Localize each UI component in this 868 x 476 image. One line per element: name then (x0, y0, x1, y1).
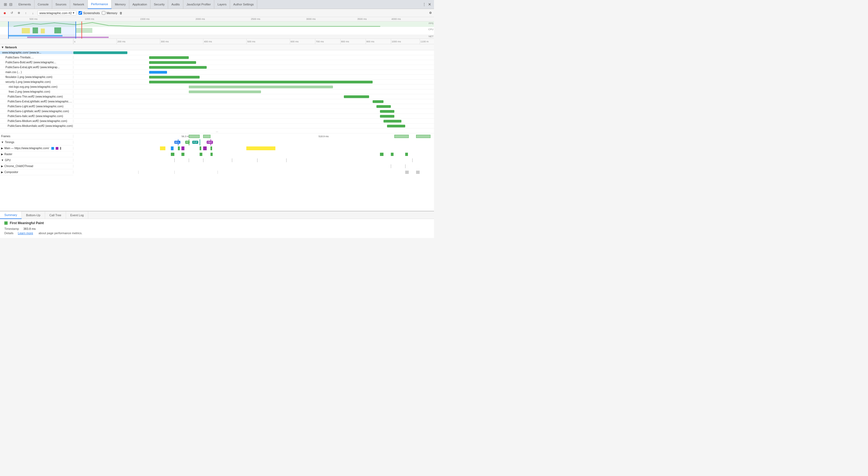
frame-block-3 (394, 135, 409, 138)
raster-bar-4 (211, 153, 213, 156)
ruler-3000ms: 3000 ms (306, 18, 316, 20)
network-section-header: ▼ Network (0, 44, 434, 50)
tab-console[interactable]: Console (34, 0, 52, 9)
tab-layers[interactable]: Layers (214, 0, 230, 9)
tab-elements[interactable]: Elements (15, 0, 34, 9)
gpu-row: ▼ GPU (0, 157, 434, 163)
record-button[interactable]: ⏺ (2, 10, 7, 16)
network-row-label-12: PublicSans-LightItalic.woff2 (www.telagr… (0, 110, 73, 113)
fps-label: FPS (429, 22, 433, 25)
tick-s: s (73, 39, 75, 44)
main-bar-3 (178, 146, 180, 150)
gpu-tick-3 (203, 158, 204, 162)
main-collapse-arrow[interactable]: ▶ (1, 147, 3, 150)
ruler-ticks: s 200 ms 300 ms 400 ms 500 ms 600 ms 700… (73, 39, 434, 44)
url-selector[interactable]: www.telagraphic.com #2 ▾ (37, 10, 76, 16)
tab-memory[interactable]: Memory (112, 0, 129, 9)
tab-audits[interactable]: Audits (168, 0, 183, 9)
network-row-10[interactable]: PublicSans-ExtraLightItalic.woff2 (www.t… (0, 99, 434, 104)
frame-block-1 (189, 135, 199, 138)
tab-event-log[interactable]: Event Log (66, 211, 89, 219)
raster-bar-6 (391, 153, 394, 156)
memory-checkbox[interactable]: Memory (102, 11, 117, 15)
network-row-5[interactable]: flexulator-1.png (www.telagraphic.com) (0, 75, 434, 80)
download-button[interactable]: ↓ (30, 10, 35, 16)
compositor-collapse-arrow[interactable]: ▶ (1, 171, 3, 174)
bottom-tabs: Summary Bottom-Up Call Tree Event Log (0, 211, 434, 219)
network-row-14[interactable]: PublicSans-Medium.woff2 (www.telagraphic… (0, 119, 434, 124)
chrome-child-tick (391, 165, 391, 168)
tab-call-tree[interactable]: Call Tree (45, 211, 66, 219)
fcp-line (199, 139, 200, 145)
net-bar-3 (149, 66, 207, 69)
tab-security[interactable]: Security (151, 0, 168, 9)
timeline-section[interactable]: s 200 ms 300 ms 400 ms 500 ms 600 ms 700… (0, 39, 434, 211)
network-collapse-arrow[interactable]: ▼ (1, 46, 4, 49)
network-row-13[interactable]: PublicSans-Italic.woff2 (www.telagraphic… (0, 114, 434, 119)
tab-author-settings[interactable]: Author Settings (230, 0, 257, 9)
close-devtools-icon[interactable]: ✕ (428, 2, 432, 6)
net-bar-5 (149, 76, 199, 79)
tab-performance[interactable]: Performance (88, 0, 112, 9)
gpu-collapse-arrow[interactable]: ▼ (1, 159, 4, 162)
network-row-7[interactable]: nist-logo.svg.png (www.telagraphic.com) (0, 85, 434, 89)
network-row-6[interactable]: security-1.png (www.telagraphic.com) (0, 80, 434, 85)
undock-icon[interactable]: ⊟ (9, 2, 13, 6)
network-row-label-9: PublicSans-Thin.woff2 (www.telagraphic.c… (0, 95, 73, 98)
network-row-4[interactable]: main.css (... ) (0, 70, 434, 75)
gpu-label: ▼ GPU (0, 159, 73, 162)
tick-300ms: 300 ms (160, 39, 169, 44)
network-row-9[interactable]: PublicSans-Thin.woff2 (www.telagraphic.c… (0, 94, 434, 99)
bottom-content: First Meaningful Paint Timestamp 383.8 m… (0, 219, 434, 238)
timings-label: ▼ Timings (0, 141, 73, 144)
ellipsis-row: ... (0, 128, 434, 133)
network-row-2[interactable]: PublicSans-Bold.woff2 (www.telagraphic..… (0, 60, 434, 65)
ruler-4000ms: 4000 ms (391, 18, 401, 20)
trash-icon[interactable]: 🗑 (120, 11, 123, 15)
tab-sources[interactable]: Sources (52, 0, 70, 9)
network-row-label-8: fnwc-2.png (www.telagraphic.com) (0, 90, 73, 93)
svg-rect-1 (33, 27, 38, 33)
network-row-11[interactable]: PublicSans-Light.woff2 (www.telagraphic.… (0, 104, 434, 109)
badge-fmp: FMP (207, 141, 213, 144)
raster-row: ▶ Raster (0, 151, 434, 157)
main-bar-1 (160, 146, 165, 150)
network-row-15[interactable]: PublicSans-MediumItalic.woff2 (www.telag… (0, 124, 434, 128)
dock-icon[interactable]: ⊞ (3, 2, 8, 6)
network-row-8[interactable]: fnwc-2.png (www.telagraphic.com) (0, 89, 434, 94)
svg-rect-3 (54, 27, 61, 33)
clear-button[interactable]: ⊗ (16, 10, 21, 16)
learn-more-link[interactable]: Learn more (18, 232, 33, 235)
tab-summary[interactable]: Summary (0, 211, 22, 219)
details-label: Details (4, 232, 13, 235)
tab-application[interactable]: Application (129, 0, 151, 9)
network-bar-area-9 (73, 94, 434, 99)
net-bar-8 (189, 90, 261, 93)
svg-rect-6 (27, 37, 108, 38)
more-tabs-icon[interactable]: ⋮ (422, 2, 426, 6)
network-row-0[interactable]: www.telagraphic.com/ (www.te... (0, 50, 434, 55)
timings-collapse-arrow[interactable]: ▼ (1, 141, 4, 144)
raster-collapse-arrow[interactable]: ▶ (1, 153, 3, 156)
reload-record-button[interactable]: ↺ (9, 10, 14, 16)
network-row-12[interactable]: PublicSans-LightItalic.woff2 (www.telagr… (0, 109, 434, 114)
upload-button[interactable]: ↑ (23, 10, 28, 16)
chrome-child-collapse-arrow[interactable]: ▶ (1, 165, 3, 168)
settings-button[interactable]: ⚙ (429, 11, 432, 15)
ruler-2000ms: 2000 ms (195, 18, 205, 20)
timeline-overview[interactable]: 500 ms 1000 ms 1500 ms 2000 ms 2500 ms 3… (0, 17, 434, 39)
network-row-label-7: nist-logo.svg.png (www.telagraphic.com) (0, 85, 73, 88)
raster-bar-3 (199, 153, 203, 156)
tick-700ms: 700 ms (315, 39, 324, 44)
network-bar-area-12 (73, 109, 434, 114)
network-row-3[interactable]: PublicSans-ExtraLight.woff2 (www.telegra… (0, 65, 434, 70)
bottom-panel: Summary Bottom-Up Call Tree Event Log Fi… (0, 211, 434, 238)
tab-js-profiler[interactable]: JavaScript Profiler (183, 0, 214, 9)
net-bar-15 (387, 125, 405, 127)
timestamp-label: Timestamp (4, 227, 19, 230)
network-row-1[interactable]: PublicSans-ThinItalic.... (0, 55, 434, 60)
tab-bottom-up[interactable]: Bottom-Up (22, 211, 45, 219)
cpu-label: CPU (428, 28, 433, 31)
screenshots-checkbox[interactable]: Screenshots (79, 11, 100, 15)
tab-network[interactable]: Network (70, 0, 88, 9)
